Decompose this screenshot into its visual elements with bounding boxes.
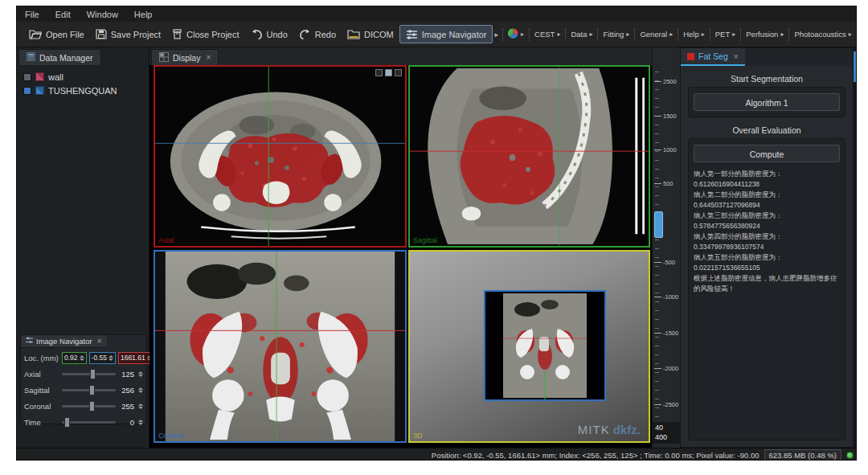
toolbar-separator — [710, 28, 710, 41]
plugin-menu-general[interactable]: General▸ — [637, 30, 675, 39]
axial-slider[interactable] — [62, 373, 116, 375]
spin-arrows-icon[interactable] — [108, 355, 113, 361]
scale-tick: 2500 — [654, 81, 661, 82]
crosshair-mode-icon[interactable] — [375, 69, 383, 76]
toolbar-overflow-arrow[interactable]: ▸ — [494, 31, 498, 39]
undo-icon — [251, 29, 263, 39]
plugin-menu-cest[interactable]: CEST▸ — [532, 30, 563, 39]
undo-button[interactable]: Undo — [245, 26, 293, 43]
toolbar-separator — [634, 28, 635, 41]
coronal-render-window[interactable]: Coronal — [154, 250, 407, 443]
plugin-menu-help[interactable]: Help▸ — [681, 30, 707, 39]
slider-handle[interactable] — [90, 369, 96, 379]
save-project-button[interactable]: Save Project — [90, 26, 166, 43]
loc-z-spinbox[interactable]: 1661.61 — [118, 352, 154, 364]
menu-help[interactable]: Help — [134, 10, 153, 19]
time-slider[interactable] — [62, 421, 116, 424]
compute-button[interactable]: Compute — [694, 145, 840, 162]
spin-arrows-icon[interactable] — [80, 355, 84, 361]
right-scrollbar[interactable] — [854, 47, 857, 448]
image-navigator-body: Loc. (mm) 0.92 -0.55 1661.61 Axial 125 S… — [21, 348, 146, 428]
data-manager-icon — [27, 52, 35, 63]
image-node-icon — [35, 86, 44, 95]
threed-render-window[interactable]: MITK dkfz. 3D — [408, 250, 650, 443]
save-project-label: Save Project — [111, 30, 161, 39]
spin-arrows-icon[interactable] — [138, 371, 143, 377]
menu-window[interactable]: Window — [87, 10, 118, 19]
start-segmentation-title: Start Segmentation — [688, 74, 845, 84]
result-line: 病人第一部分的脂肪密度为：0.6126016904411238 — [694, 169, 840, 190]
spin-arrows-icon[interactable] — [138, 387, 143, 393]
axial-ct-image — [155, 67, 405, 246]
sagittal-render-window[interactable]: Sagittal — [408, 65, 650, 248]
menu-file[interactable]: File — [25, 10, 39, 19]
screenshot-stage: File Edit Window Help Open File Save Pro… — [0, 0, 868, 475]
scrollbar-handle[interactable] — [854, 51, 857, 82]
toolbar-separator — [740, 28, 741, 41]
slider-handle[interactable] — [89, 401, 95, 412]
plugin-menu-photoacoustics[interactable]: Photoacoustics▸ — [792, 30, 854, 39]
spin-arrows-icon[interactable] — [138, 420, 143, 425]
threed-image-plane — [484, 290, 606, 401]
coronal-slider-label: Coronal — [24, 402, 59, 411]
menu-edit[interactable]: Edit — [55, 10, 71, 19]
segmentation-node-icon — [35, 72, 44, 81]
node-label: wall — [48, 72, 63, 82]
level-window-slider[interactable]: 2500 1500 1000 500 -500 -1000 -1500 -200… — [652, 47, 680, 448]
level-window-handle[interactable] — [654, 211, 663, 238]
slider-handle[interactable] — [64, 417, 70, 428]
close-icon[interactable]: × — [734, 52, 739, 61]
view-fullscreen-icon[interactable] — [395, 69, 402, 76]
fat-seg-tab[interactable]: Fat Seg × — [681, 48, 745, 66]
close-project-button[interactable]: Close Project — [166, 26, 244, 43]
image-navigator-panel-tab[interactable]: Image Navigator × — [21, 335, 107, 348]
dkfz-logo-text: dkfz. — [613, 423, 641, 436]
loc-y-value: -0.55 — [92, 354, 107, 362]
plugin-menu-pet[interactable]: PET▸ — [713, 30, 739, 39]
plugin-arrow: ▸ — [732, 31, 735, 38]
tree-row-tushengquan[interactable]: TUSHENGQUAN — [23, 84, 145, 97]
redo-button[interactable]: Redo — [293, 26, 342, 43]
redo-label: Redo — [315, 30, 336, 39]
data-manager-tab[interactable]: Data Manager — [18, 49, 101, 65]
close-icon[interactable]: × — [206, 53, 211, 62]
image-navigator-label: Image Navigator — [422, 30, 487, 39]
plugin-label: General — [640, 30, 667, 39]
display-icon — [159, 52, 169, 63]
loc-y-spinbox[interactable]: -0.55 — [89, 352, 116, 364]
time-slider-value: 0 — [118, 418, 134, 427]
image-navigator-panel: Image Navigator × Loc. (mm) 0.92 -0.55 1… — [20, 334, 147, 424]
visibility-checkbox[interactable] — [23, 73, 31, 81]
toolbar-separator — [502, 28, 503, 41]
plugin-menu-perfusion[interactable]: Perfusion▸ — [743, 30, 786, 39]
plugin-menu-fitting[interactable]: Fitting▸ — [600, 30, 632, 39]
close-project-label: Close Project — [186, 30, 239, 39]
plugin-label: Data — [571, 30, 587, 39]
display-tab[interactable]: Display × — [151, 49, 219, 65]
slider-handle[interactable] — [89, 385, 95, 395]
view-layout-icon[interactable] — [385, 69, 392, 76]
view-corner-toolbar — [375, 69, 402, 76]
plugin-label: CEST — [534, 30, 555, 39]
data-node-tree: wall TUSHENGQUAN — [17, 65, 149, 97]
dicom-icon — [347, 29, 360, 39]
visibility-checkbox[interactable] — [23, 87, 31, 95]
plugin-arrow: ▸ — [589, 31, 592, 38]
close-icon[interactable]: × — [97, 337, 102, 346]
dicom-button[interactable]: DICOM — [342, 26, 399, 43]
coronal-slider[interactable] — [62, 405, 116, 407]
image-navigator-button[interactable]: Image Navigator — [399, 25, 493, 43]
threed-view-label: 3D — [413, 432, 423, 440]
open-file-button[interactable]: Open File — [23, 26, 90, 43]
spin-arrows-icon[interactable] — [138, 403, 143, 409]
time-slider-label: Time — [24, 418, 59, 427]
color-perspective-button[interactable]: ▸ — [506, 28, 526, 40]
axial-slider-row: Axial 125 — [24, 367, 143, 380]
loc-x-spinbox[interactable]: 0.92 — [62, 352, 87, 364]
algorithm-1-button[interactable]: Algorithm 1 — [694, 93, 840, 111]
display-tab-label: Display — [173, 53, 200, 63]
plugin-menu-data[interactable]: Data▸ — [568, 30, 595, 39]
sagittal-slider[interactable] — [62, 389, 116, 391]
tree-row-wall[interactable]: wall — [23, 70, 145, 84]
axial-render-window[interactable]: Axial — [154, 65, 407, 248]
